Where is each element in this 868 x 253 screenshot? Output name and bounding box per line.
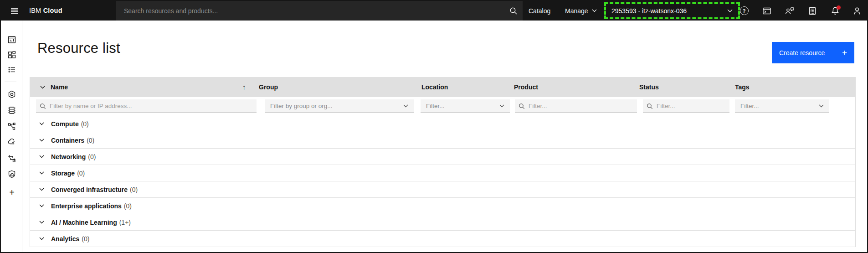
sidebar-divider [5, 82, 16, 82]
header-utility-icons: ? [733, 1, 868, 21]
create-resource-button[interactable]: Create resource + [772, 42, 854, 63]
column-header-tags[interactable]: Tags [735, 77, 750, 97]
group-label: Enterprise applications [51, 202, 122, 210]
chevron-down-icon[interactable] [36, 119, 47, 129]
resource-list-icon[interactable] [3, 62, 21, 77]
table-row-networking[interactable]: Networking (0) [30, 149, 855, 165]
product-filter-field [515, 99, 637, 113]
ibm-cloud-resource-list-screen: IBM Cloud Catalog Manage 2953593 - itz-w… [0, 0, 868, 253]
chevron-down-icon[interactable] [36, 233, 47, 244]
sort-ascending-icon[interactable]: ↑ [242, 77, 246, 97]
ibm-cloud-logo[interactable]: IBM Cloud [29, 1, 62, 21]
chevron-down-icon[interactable] [36, 151, 47, 162]
chevron-down-icon [403, 104, 408, 108]
group-label: Analytics [51, 235, 79, 243]
create-resource-label: Create resource [779, 49, 825, 57]
cloud-satellite-icon[interactable] [3, 135, 21, 150]
chevron-down-icon [592, 9, 597, 12]
product-filter-input[interactable] [529, 99, 637, 113]
chevron-down-icon[interactable] [36, 168, 47, 179]
group-count: (0) [88, 153, 96, 160]
security-shield-icon[interactable] [3, 167, 21, 181]
table-row-enterprise-applications[interactable]: Enterprise applications (0) [30, 198, 855, 214]
global-search-input[interactable] [116, 1, 504, 21]
schematics-icon[interactable] [3, 119, 21, 134]
nav-manage-label: Manage [565, 7, 588, 15]
account-selector-label: 2953593 - itz-watsonx-036 [611, 7, 687, 15]
column-header-group[interactable]: Group [259, 77, 278, 97]
notifications-icon[interactable] [824, 1, 847, 21]
group-count: (0) [81, 120, 89, 128]
dashboard-icon[interactable] [3, 32, 21, 47]
column-header-name[interactable]: Name [51, 77, 68, 97]
add-icon[interactable]: + [3, 185, 21, 200]
avatar-icon[interactable] [847, 1, 868, 21]
chevron-down-icon[interactable] [36, 184, 47, 195]
table-row-ai-machine-learning[interactable]: AI / Machine Learning (1+) [30, 214, 855, 231]
location-filter-placeholder: Filter... [426, 103, 445, 109]
search-icon [36, 103, 50, 109]
status-filter-field [643, 99, 729, 113]
chevron-down-icon[interactable] [36, 135, 47, 146]
chevron-down-icon [499, 104, 504, 108]
brand-cloud: Cloud [43, 7, 62, 14]
chevron-down-icon [819, 104, 824, 108]
status-filter-input[interactable] [657, 99, 729, 113]
nav-catalog[interactable]: Catalog [524, 1, 555, 21]
global-search-bar [116, 1, 523, 21]
table-row-storage[interactable]: Storage (0) [30, 165, 855, 181]
group-count: (0) [130, 186, 138, 193]
vpc-servers-icon[interactable] [3, 103, 21, 118]
page-title: Resource list [37, 40, 120, 57]
cost-estimator-icon[interactable] [801, 1, 824, 21]
search-icon [515, 103, 529, 109]
group-filter-placeholder: Filter by group or org... [270, 103, 333, 109]
apps-icon[interactable] [3, 47, 21, 62]
help-icon[interactable]: ? [733, 1, 755, 21]
chevron-down-icon[interactable] [36, 217, 47, 228]
left-nav-rail: + [1, 21, 22, 252]
feedback-icon[interactable] [778, 1, 801, 21]
table-filter-row: Filter by group or org... Filter... Filt… [30, 97, 855, 116]
group-label: Converged infrastructure [51, 186, 128, 193]
cloud-shell-icon[interactable] [755, 1, 778, 21]
name-filter-input[interactable] [50, 99, 257, 113]
column-header-location[interactable]: Location [421, 77, 448, 97]
group-label: Storage [51, 170, 75, 177]
expand-all-chevron-icon[interactable] [36, 77, 48, 97]
global-header: IBM Cloud Catalog Manage 2953593 - itz-w… [1, 1, 867, 21]
chevron-down-icon [727, 9, 733, 13]
group-filter-dropdown[interactable]: Filter by group or org... [265, 99, 414, 113]
notification-badge [837, 5, 841, 10]
group-count: (0) [87, 137, 94, 144]
table-row-compute[interactable]: Compute (0) [30, 116, 855, 132]
group-label: AI / Machine Learning [51, 219, 117, 226]
group-count: (0) [82, 235, 89, 243]
chevron-down-icon[interactable] [36, 201, 47, 212]
location-filter-dropdown[interactable]: Filter... [421, 99, 510, 113]
group-count: (0) [77, 170, 85, 177]
group-count: (1+) [119, 219, 131, 226]
column-header-product[interactable]: Product [514, 77, 538, 97]
table-row-converged-infrastructure[interactable]: Converged infrastructure (0) [30, 181, 855, 198]
group-count: (0) [124, 202, 132, 210]
account-selector[interactable]: 2953593 - itz-watsonx-036 [604, 2, 740, 19]
infrastructure-icon[interactable] [3, 87, 21, 102]
migration-icon[interactable] [3, 151, 21, 165]
table-header-row: Name ↑ Group Location Product Status Tag… [30, 77, 855, 97]
tags-filter-placeholder: Filter... [740, 103, 759, 109]
column-header-status[interactable]: Status [639, 77, 659, 97]
search-icon [643, 103, 657, 109]
search-icon[interactable] [504, 1, 523, 21]
plus-icon: + [842, 48, 847, 58]
resource-table: Name ↑ Group Location Product Status Tag… [30, 77, 856, 247]
group-label: Compute [51, 120, 79, 128]
table-row-analytics[interactable]: Analytics (0) [30, 231, 855, 247]
menu-icon[interactable] [5, 1, 24, 21]
help-glyph: ? [740, 6, 749, 15]
tags-filter-dropdown[interactable]: Filter... [735, 99, 829, 113]
group-label: Containers [51, 137, 84, 144]
table-row-containers[interactable]: Containers (0) [30, 132, 855, 149]
menu-bars [11, 8, 18, 14]
nav-manage[interactable]: Manage [560, 1, 601, 21]
